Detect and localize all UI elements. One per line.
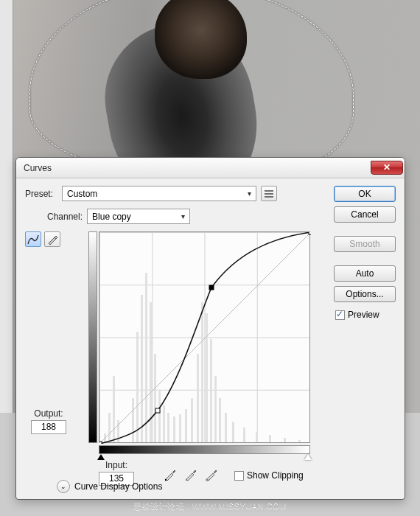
ok-button[interactable]: OK <box>334 186 396 202</box>
preset-menu-icon[interactable] <box>261 186 277 201</box>
show-clipping-checkbox[interactable] <box>234 471 244 481</box>
output-gradient-strip <box>88 231 97 443</box>
options-button[interactable]: Options... <box>334 286 396 302</box>
svg-rect-2 <box>155 408 160 413</box>
eyedropper-white-icon[interactable] <box>205 468 218 481</box>
eyedropper-black-icon[interactable] <box>164 468 177 481</box>
smooth-button[interactable]: Smooth <box>334 236 396 252</box>
svg-rect-3 <box>209 285 214 290</box>
svg-point-5 <box>165 479 167 481</box>
svg-point-7 <box>206 479 208 481</box>
preset-label: Preset: <box>25 189 57 199</box>
channel-value: Blue copy <box>92 212 131 222</box>
channel-label: Channel: <box>47 212 83 222</box>
svg-rect-4 <box>309 232 311 234</box>
curve-line <box>99 232 311 444</box>
preset-value: Custom <box>67 189 97 199</box>
pencil-tool-icon[interactable] <box>44 231 60 247</box>
show-clipping-label: Show Clipping <box>247 470 304 481</box>
output-label: Output: <box>31 408 66 419</box>
watermark-text: 思缘设计论坛 . WWW.MISSYUAN.COM <box>0 501 420 512</box>
black-point-slider[interactable] <box>97 454 105 460</box>
svg-rect-1 <box>99 442 102 444</box>
curves-graph[interactable] <box>99 231 310 443</box>
cancel-button[interactable]: Cancel <box>334 206 396 223</box>
input-gradient-strip <box>99 445 310 454</box>
expander-icon[interactable]: ⌄ <box>57 480 70 493</box>
auto-button[interactable]: Auto <box>334 265 396 282</box>
preview-checkbox[interactable] <box>335 310 345 320</box>
channel-select[interactable]: Blue copy <box>87 209 190 224</box>
vertical-ruler <box>0 0 13 413</box>
output-value-field[interactable]: 188 <box>31 420 66 434</box>
curves-dialog: Curves Preset: Custom Channel: Blue copy <box>15 157 405 500</box>
input-label: Input: <box>99 460 134 470</box>
dialog-title: Curves <box>24 163 371 173</box>
eyedropper-gray-icon[interactable] <box>184 468 197 481</box>
preview-label: Preview <box>348 310 379 320</box>
preset-select[interactable]: Custom <box>62 186 256 201</box>
white-point-slider[interactable] <box>304 454 312 460</box>
svg-point-6 <box>186 479 187 481</box>
curve-tool-icon[interactable] <box>25 231 41 247</box>
dialog-titlebar[interactable]: Curves <box>16 158 405 178</box>
svg-line-0 <box>99 232 311 444</box>
curve-display-options-label[interactable]: Curve Display Options <box>74 481 162 492</box>
close-button[interactable] <box>371 161 403 175</box>
